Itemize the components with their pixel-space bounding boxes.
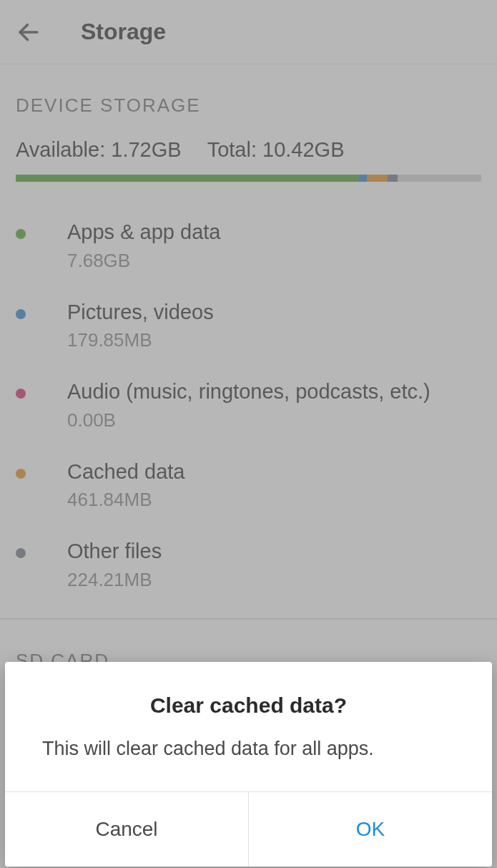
dialog-button-row: Cancel OK [5,791,492,867]
dialog-message: This will clear cached data for all apps… [5,738,492,791]
clear-cache-dialog: Clear cached data? This will clear cache… [5,662,492,867]
ok-button[interactable]: OK [248,792,492,867]
dialog-title: Clear cached data? [5,662,492,738]
cancel-button[interactable]: Cancel [5,792,248,867]
